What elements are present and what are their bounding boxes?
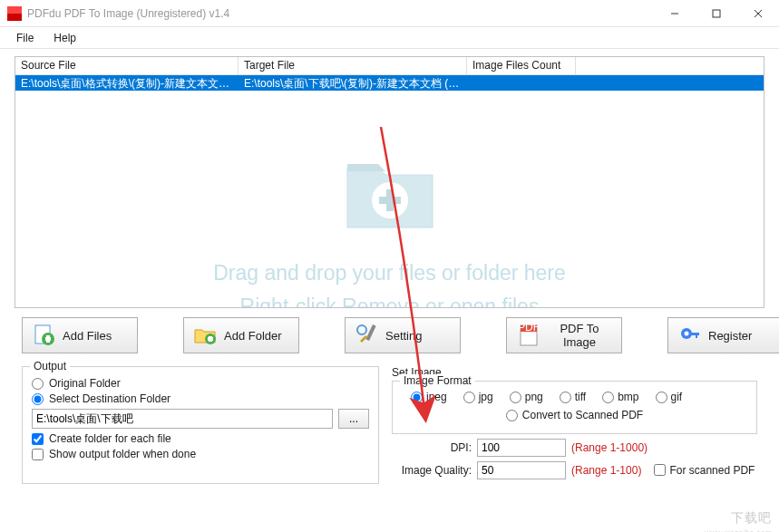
drop-hint-line1: Drag and drop your files or folder here (15, 256, 764, 290)
radio-jpeg[interactable]: jpeg (411, 391, 447, 403)
minimize-button[interactable] (654, 0, 696, 26)
radio-jpg[interactable]: jpg (463, 391, 493, 403)
radio-select-input[interactable] (32, 393, 44, 405)
setting-icon (355, 323, 380, 348)
output-group: Output Original Folder Select Destinatio… (22, 366, 379, 484)
check-show-input[interactable] (32, 449, 44, 460)
dpi-input[interactable] (477, 439, 566, 457)
dpi-range: (Range 1-1000) (571, 441, 648, 454)
add-files-icon (32, 323, 57, 348)
radio-original-folder[interactable]: Original Folder (32, 377, 369, 390)
image-format-group: Image Format jpeg jpg png tiff bmp gif C… (392, 381, 757, 434)
table-row[interactable]: E:\tools\桌面\格式转换\(复制)-新建文本文档 ... E:\tool… (15, 75, 764, 91)
register-icon (677, 323, 703, 348)
check-for-scanned-label: For scanned PDF (669, 464, 755, 477)
add-folder-button[interactable]: Add Folder (183, 317, 299, 353)
radio-png[interactable]: png (510, 391, 543, 403)
cell-count (467, 75, 576, 91)
file-list-header: Source File Target File Image Files Coun… (15, 57, 764, 75)
close-button[interactable] (737, 0, 779, 26)
watermark-sub: www.xiazaiba.com (705, 528, 772, 532)
toolbar: Add Files Add Folder Setting PDF PDF To … (15, 308, 764, 366)
register-button[interactable]: Register (667, 317, 779, 353)
add-folder-icon (193, 323, 219, 348)
radio-original-label: Original Folder (49, 377, 121, 390)
drop-hint-line2: Right-click Remove or open files (15, 290, 764, 308)
check-for-scanned-input[interactable] (654, 464, 666, 476)
check-show-folder[interactable]: Show output folder when done (32, 448, 369, 460)
maximize-button[interactable] (696, 0, 737, 26)
svg-rect-21 (690, 333, 699, 335)
svg-rect-6 (379, 197, 401, 204)
svg-rect-14 (365, 324, 375, 341)
format-legend: Image Format (400, 374, 475, 387)
svg-text:PDF: PDF (518, 323, 540, 334)
setting-button[interactable]: Setting (345, 317, 461, 353)
cell-source: E:\tools\桌面\格式转换\(复制)-新建文本文档 ... (15, 75, 239, 91)
add-files-button[interactable]: Add Files (22, 317, 138, 353)
check-create-input[interactable] (32, 433, 44, 445)
cell-target: E:\tools\桌面\下载吧\(复制)-新建文本文档 (2... (239, 75, 467, 91)
radio-select-dest[interactable]: Select Destination Folder (32, 392, 369, 405)
svg-rect-22 (696, 333, 697, 338)
radio-tiff[interactable]: tiff (560, 391, 586, 403)
browse-button[interactable]: ... (338, 409, 369, 429)
drop-hint: Drag and drop your files or folder here … (15, 256, 764, 308)
file-list[interactable]: Source File Target File Image Files Coun… (15, 56, 764, 308)
menu-help[interactable]: Help (44, 29, 85, 47)
header-target[interactable]: Target File (239, 57, 467, 74)
app-icon (7, 6, 22, 21)
add-files-label: Add Files (63, 329, 112, 343)
set-image-group: Set Image Image Format jpeg jpg png tiff… (392, 366, 757, 484)
svg-rect-10 (46, 335, 50, 343)
output-legend: Output (30, 360, 70, 372)
header-source[interactable]: Source File (15, 57, 239, 74)
svg-point-15 (357, 325, 366, 334)
register-label: Register (708, 329, 752, 343)
radio-bmp[interactable]: bmp (602, 391, 638, 403)
check-for-scanned[interactable]: For scanned PDF (654, 464, 755, 477)
pdf-icon: PDF (516, 323, 541, 348)
svg-rect-1 (713, 10, 720, 17)
titlebar: PDFdu PDF To Image (Unregistered) v1.4 (0, 0, 779, 27)
dpi-label: DPI: (392, 441, 472, 454)
check-create-label: Create folder for each file (49, 432, 171, 445)
radio-original-input[interactable] (32, 378, 44, 390)
add-folder-label: Add Folder (224, 329, 282, 343)
menubar: File Help (0, 27, 779, 49)
setting-label: Setting (385, 329, 422, 343)
watermark: 下载吧 (731, 510, 772, 527)
quality-input[interactable] (477, 461, 566, 479)
quality-label: Image Quality: (392, 464, 472, 477)
svg-point-20 (685, 332, 689, 336)
pdf-to-image-button[interactable]: PDF PDF To Image (506, 317, 622, 353)
drop-folder-icon (340, 148, 440, 238)
svg-rect-13 (208, 337, 213, 341)
quality-range: (Range 1-100) (571, 464, 641, 477)
pdf-to-image-label: PDF To Image (547, 322, 612, 349)
radio-select-label: Select Destination Folder (49, 392, 170, 405)
radio-gif[interactable]: gif (656, 391, 683, 403)
header-count[interactable]: Image Files Count (467, 57, 576, 74)
radio-convert-scanned[interactable]: Convert to Scanned PDF (506, 409, 643, 421)
window-title: PDFdu PDF To Image (Unregistered) v1.4 (27, 7, 654, 20)
check-create-folder[interactable]: Create folder for each file (32, 432, 369, 445)
dest-path-input[interactable] (32, 409, 333, 429)
check-show-label: Show output folder when done (49, 448, 196, 460)
menu-file[interactable]: File (7, 29, 43, 47)
